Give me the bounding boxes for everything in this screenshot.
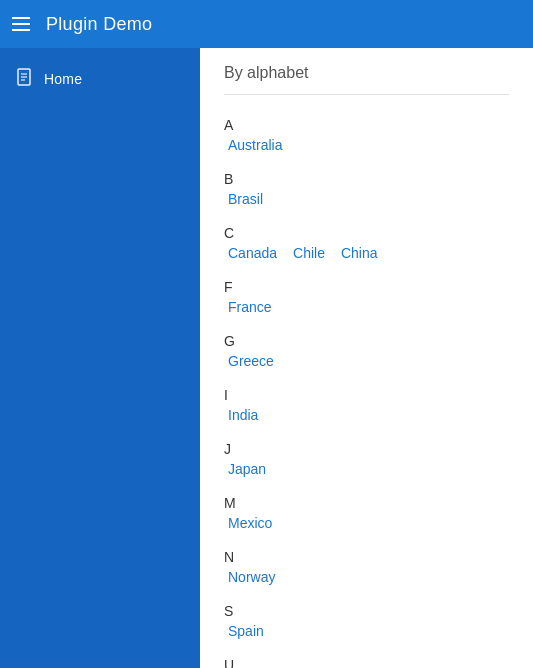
country-link[interactable]: Brasil xyxy=(228,191,263,207)
alpha-letter: A xyxy=(224,111,509,137)
country-link[interactable]: France xyxy=(228,299,272,315)
country-link[interactable]: Japan xyxy=(228,461,266,477)
alpha-items: Spain xyxy=(224,623,509,643)
alpha-group-s: SSpain xyxy=(224,597,509,643)
alpha-letter: I xyxy=(224,381,509,407)
country-link[interactable]: China xyxy=(341,245,378,261)
sidebar-item-home[interactable]: Home xyxy=(0,56,200,102)
main-content: By alphabet AAustraliaBBrasilCCanadaChil… xyxy=(200,48,533,668)
country-link[interactable]: Greece xyxy=(228,353,274,369)
layout: Home By alphabet AAustraliaBBrasilCCanad… xyxy=(0,48,533,668)
country-link[interactable]: Spain xyxy=(228,623,264,639)
alpha-items: France xyxy=(224,299,509,319)
country-link[interactable]: Norway xyxy=(228,569,275,585)
alpha-group-m: MMexico xyxy=(224,489,509,535)
alpha-items: Australia xyxy=(224,137,509,157)
alpha-letter: S xyxy=(224,597,509,623)
alpha-group-n: NNorway xyxy=(224,543,509,589)
alpha-group-u: UUruguayUSA xyxy=(224,651,509,668)
country-link[interactable]: Australia xyxy=(228,137,282,153)
menu-icon[interactable] xyxy=(12,17,30,31)
alpha-items: Norway xyxy=(224,569,509,589)
alpha-group-b: BBrasil xyxy=(224,165,509,211)
alpha-group-f: FFrance xyxy=(224,273,509,319)
alpha-letter: G xyxy=(224,327,509,353)
country-link[interactable]: Canada xyxy=(228,245,277,261)
alpha-items: Mexico xyxy=(224,515,509,535)
sidebar-item-home-label: Home xyxy=(44,71,82,87)
alpha-items: CanadaChileChina xyxy=(224,245,509,265)
alpha-letter: N xyxy=(224,543,509,569)
page-title: By alphabet xyxy=(224,64,509,95)
alpha-group-j: JJapan xyxy=(224,435,509,481)
alpha-letter: U xyxy=(224,651,509,668)
alpha-letter: F xyxy=(224,273,509,299)
app-title: Plugin Demo xyxy=(46,14,152,35)
alpha-list: AAustraliaBBrasilCCanadaChileChinaFFranc… xyxy=(224,111,509,668)
alpha-items: India xyxy=(224,407,509,427)
alpha-group-c: CCanadaChileChina xyxy=(224,219,509,265)
country-link[interactable]: Mexico xyxy=(228,515,272,531)
sidebar: Home xyxy=(0,48,200,668)
country-link[interactable]: India xyxy=(228,407,258,423)
alpha-items: Japan xyxy=(224,461,509,481)
alpha-items: Greece xyxy=(224,353,509,373)
app-bar: Plugin Demo xyxy=(0,0,533,48)
alpha-letter: J xyxy=(224,435,509,461)
country-link[interactable]: Chile xyxy=(293,245,325,261)
home-icon xyxy=(16,68,32,90)
alpha-group-g: GGreece xyxy=(224,327,509,373)
alpha-group-i: IIndia xyxy=(224,381,509,427)
alpha-group-a: AAustralia xyxy=(224,111,509,157)
alpha-letter: B xyxy=(224,165,509,191)
alpha-letter: M xyxy=(224,489,509,515)
alpha-items: Brasil xyxy=(224,191,509,211)
alpha-letter: C xyxy=(224,219,509,245)
